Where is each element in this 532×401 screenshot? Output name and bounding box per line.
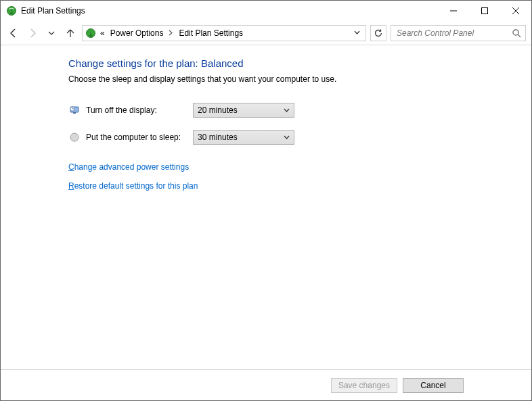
window-title: Edit Plan Settings: [21, 6, 85, 16]
search-icon[interactable]: [512, 28, 521, 38]
title-bar: Edit Plan Settings: [1, 1, 531, 21]
search-box[interactable]: [391, 25, 526, 41]
restore-defaults-link[interactable]: Restore default settings for this plan: [68, 181, 531, 191]
advanced-settings-link[interactable]: Change advanced power settings: [68, 162, 531, 172]
display-timer-icon: [68, 104, 81, 116]
address-bar[interactable]: « Power Options Edit Plan Settings: [82, 25, 366, 41]
breadcrumb-item[interactable]: Edit Plan Settings: [177, 28, 244, 38]
page-subtext: Choose the sleep and display settings th…: [68, 74, 531, 84]
up-button[interactable]: [63, 26, 78, 41]
svg-point-2: [9, 13, 14, 14]
svg-point-17: [70, 133, 79, 141]
svg-rect-16: [73, 112, 76, 114]
address-bar-row: « Power Options Edit Plan Settings: [1, 21, 531, 45]
search-input[interactable]: [395, 28, 512, 39]
maximize-button[interactable]: [469, 1, 500, 21]
sleep-setting-label: Put the computer to sleep:: [86, 133, 193, 142]
control-panel-icon: [85, 28, 96, 39]
breadcrumb-root-prefix: «: [99, 28, 106, 38]
display-timeout-value: 20 minutes: [198, 105, 284, 115]
page-heading: Change settings for the plan: Balanced: [68, 57, 531, 69]
display-timeout-select[interactable]: 20 minutes: [193, 103, 294, 118]
svg-point-10: [513, 30, 518, 35]
breadcrumb-item[interactable]: Power Options: [109, 28, 165, 38]
save-changes-button[interactable]: Save changes: [331, 378, 397, 393]
content-area: Change settings for the plan: Balanced C…: [1, 45, 531, 369]
recent-locations-button[interactable]: [44, 26, 59, 41]
minimize-button[interactable]: [438, 1, 469, 21]
app-icon: [6, 5, 17, 16]
close-button[interactable]: [500, 1, 531, 21]
address-history-chevron[interactable]: [351, 30, 363, 35]
setting-row-display: Turn off the display: 20 minutes: [68, 103, 531, 118]
forward-button[interactable]: [25, 26, 40, 41]
chevron-down-icon: [284, 108, 290, 113]
chevron-right-icon[interactable]: [167, 30, 175, 36]
sleep-moon-icon: [68, 131, 81, 143]
chevron-down-icon: [284, 135, 290, 140]
links-section: Change advanced power settings Restore d…: [68, 162, 531, 191]
svg-point-9: [89, 34, 93, 36]
footer-bar: Save changes Cancel: [1, 369, 531, 400]
svg-rect-4: [482, 8, 488, 14]
setting-row-sleep: Put the computer to sleep: 30 minutes: [68, 130, 531, 145]
sleep-timeout-select[interactable]: 30 minutes: [193, 130, 294, 145]
back-button[interactable]: [6, 26, 21, 41]
refresh-button[interactable]: [370, 25, 386, 41]
cancel-button[interactable]: Cancel: [403, 378, 464, 393]
display-setting-label: Turn off the display:: [86, 105, 193, 115]
sleep-timeout-value: 30 minutes: [198, 133, 284, 142]
svg-line-11: [518, 34, 520, 37]
